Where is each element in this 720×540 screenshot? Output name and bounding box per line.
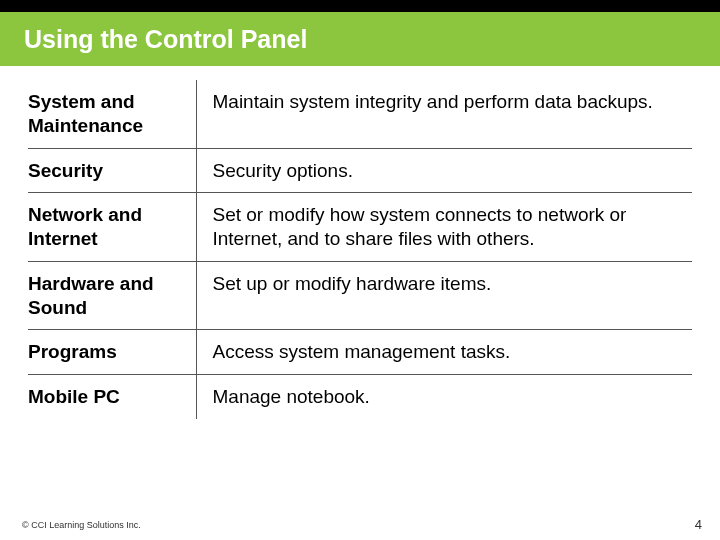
term-cell: Hardware and Sound [28, 261, 196, 330]
term-cell: Mobile PC [28, 375, 196, 419]
definitions-table: System and Maintenance Maintain system i… [28, 80, 692, 419]
desc-cell: Set or modify how system connects to net… [196, 193, 692, 262]
slide: Using the Control Panel System and Maint… [0, 0, 720, 540]
table-row: System and Maintenance Maintain system i… [28, 80, 692, 148]
table-row: Hardware and Sound Set up or modify hard… [28, 261, 692, 330]
slide-title: Using the Control Panel [24, 25, 307, 54]
desc-cell: Manage notebook. [196, 375, 692, 419]
table-row: Security Security options. [28, 148, 692, 193]
footer: © CCI Learning Solutions Inc. 4 [0, 517, 720, 532]
table-row: Mobile PC Manage notebook. [28, 375, 692, 419]
desc-cell: Access system management tasks. [196, 330, 692, 375]
term-cell: Programs [28, 330, 196, 375]
table-row: Programs Access system management tasks. [28, 330, 692, 375]
content-area: System and Maintenance Maintain system i… [0, 66, 720, 540]
term-cell: Network and Internet [28, 193, 196, 262]
title-bar: Using the Control Panel [0, 12, 720, 66]
top-black-bar [0, 0, 720, 12]
term-cell: Security [28, 148, 196, 193]
copyright-text: © CCI Learning Solutions Inc. [22, 520, 141, 530]
table-row: Network and Internet Set or modify how s… [28, 193, 692, 262]
page-number: 4 [695, 517, 702, 532]
term-cell: System and Maintenance [28, 80, 196, 148]
desc-cell: Security options. [196, 148, 692, 193]
desc-cell: Set up or modify hardware items. [196, 261, 692, 330]
desc-cell: Maintain system integrity and perform da… [196, 80, 692, 148]
